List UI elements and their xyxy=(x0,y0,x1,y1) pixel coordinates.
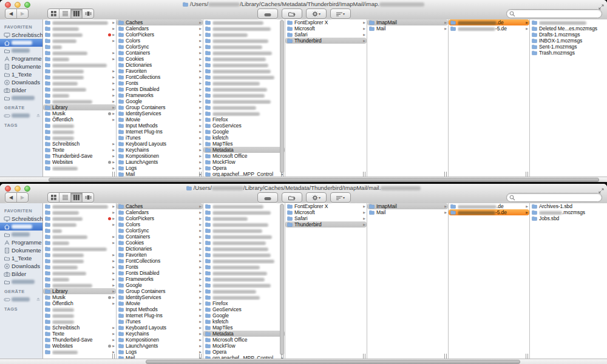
file-row[interactable]: Firefox▶ xyxy=(203,116,285,123)
file-row[interactable]: ▶ xyxy=(43,282,116,288)
file-row[interactable]: -5.de▶ xyxy=(449,25,529,32)
file-row[interactable]: ▶ xyxy=(203,203,285,209)
file-row[interactable]: Fonts▶ xyxy=(117,80,203,86)
arrange-menu-button[interactable]: ▾ xyxy=(330,8,351,19)
file-row[interactable]: ▶ xyxy=(43,276,116,282)
file-row[interactable]: ColorPickers▶ xyxy=(117,32,203,38)
file-row[interactable]: Thunderbird▶ xyxy=(285,38,367,44)
sidebar-item[interactable]: Downloads xyxy=(0,262,42,270)
file-row[interactable]: ▶ xyxy=(203,74,285,80)
file-row[interactable]: ColorPickers▶ xyxy=(117,215,203,221)
file-row[interactable]: Musik▶ xyxy=(43,294,116,300)
fullscreen-icon[interactable] xyxy=(599,185,605,192)
file-row[interactable]: Internet Plug-Ins▶ xyxy=(117,129,203,135)
file-row[interactable]: Input Methods▶ xyxy=(117,306,203,312)
scrollbar-thumb[interactable] xyxy=(146,360,520,364)
file-row[interactable]: Library▶ xyxy=(43,288,116,294)
column-view-button[interactable] xyxy=(71,193,83,202)
search-input[interactable] xyxy=(515,10,599,17)
icon-view-button[interactable] xyxy=(48,9,59,18)
file-row[interactable]: ▶ xyxy=(43,252,116,258)
file-row[interactable]: Thunderbird-Save▶ xyxy=(43,337,116,343)
eject-icon[interactable] xyxy=(36,112,41,119)
file-row[interactable]: INBOX-1.mozmsgs▶ xyxy=(530,38,607,44)
file-row[interactable] xyxy=(43,44,116,50)
file-row[interactable]: Google▶ xyxy=(203,312,285,318)
file-row[interactable]: ▶ xyxy=(43,80,116,86)
sidebar-item[interactable] xyxy=(0,94,42,102)
file-row[interactable]: Keychains▶ xyxy=(117,331,203,337)
file-row[interactable]: ▶ xyxy=(43,234,116,240)
file-row[interactable]: ▶ xyxy=(43,56,116,62)
new-folder-button[interactable] xyxy=(282,192,302,203)
file-row[interactable]: ▶ xyxy=(203,62,285,68)
file-row[interactable]: ▶ xyxy=(203,209,285,215)
file-row[interactable]: Keyboard Layouts▶ xyxy=(117,325,203,331)
file-row[interactable]: ▶ xyxy=(43,92,116,98)
file-row[interactable]: Opera▶ xyxy=(203,165,285,171)
vertical-scrollbar[interactable] xyxy=(280,204,284,355)
file-row[interactable]: Schreibtisch▶ xyxy=(43,325,116,331)
icon-view-button[interactable] xyxy=(48,193,59,202)
arrange-menu-button[interactable]: ▾ xyxy=(330,192,351,203)
file-row[interactable]: ▶ xyxy=(203,276,285,282)
file-row[interactable]: ▶ xyxy=(43,68,116,74)
sidebar-item[interactable]: Dokumente xyxy=(0,62,42,70)
file-row[interactable]: Mail▶ xyxy=(367,209,448,215)
file-row[interactable]: Jobs.sbd▶ xyxy=(530,215,607,221)
column-resize-grip[interactable] xyxy=(526,354,529,359)
file-row[interactable]: Schreibtisch▶ xyxy=(43,141,116,147)
file-row[interactable]: ▶ xyxy=(203,288,285,294)
file-row[interactable]: iTunes▶ xyxy=(117,135,203,141)
file-row[interactable] xyxy=(43,312,116,318)
file-row[interactable]: iTunes▶ xyxy=(117,318,203,325)
file-row[interactable]: Cookies▶ xyxy=(117,56,203,62)
horizontal-scrollbar[interactable] xyxy=(0,359,607,364)
forward-button[interactable]: ▶ xyxy=(17,193,28,202)
new-folder-button[interactable] xyxy=(282,8,302,19)
file-row[interactable]: ▶ xyxy=(203,68,285,74)
tags-button[interactable] xyxy=(257,192,278,203)
file-row[interactable]: Musik▶ xyxy=(43,110,116,116)
file-row[interactable]: LaunchAgents▶ xyxy=(117,343,203,349)
file-row[interactable]: Websites▶ xyxy=(43,343,116,349)
column-resize-grip[interactable] xyxy=(281,172,284,177)
file-row[interactable]: Frameworks▶ xyxy=(117,92,203,98)
sidebar-item[interactable] xyxy=(0,231,42,238)
file-row[interactable]: Frameworks▶ xyxy=(117,276,203,282)
file-row[interactable]: ▶ xyxy=(43,209,116,215)
column-resize-grip[interactable] xyxy=(444,172,447,177)
list-view-button[interactable] xyxy=(59,9,71,18)
column-resize-grip[interactable] xyxy=(363,354,366,359)
file-row[interactable]: Fonts Disabled▶ xyxy=(117,270,203,276)
file-row[interactable]: ▶ xyxy=(43,74,116,80)
file-row[interactable]: ▶ xyxy=(530,19,607,25)
search-field[interactable] xyxy=(506,9,602,18)
file-row[interactable]: ▶ xyxy=(203,270,285,276)
file-row[interactable]: ▶ xyxy=(43,240,116,246)
file-row[interactable]: ▶ xyxy=(43,270,116,276)
file-row[interactable]: ▶ xyxy=(203,98,285,104)
file-row[interactable]: ▶ xyxy=(203,221,285,228)
file-row[interactable]: Fonts Disabled▶ xyxy=(117,86,203,92)
file-row[interactable]: FontExplorer X▶ xyxy=(285,203,367,209)
file-row[interactable]: ▶ xyxy=(203,32,285,38)
sidebar-item[interactable] xyxy=(0,47,42,55)
file-row[interactable]: Öffentlich▶ xyxy=(43,300,116,306)
file-row[interactable]: Thunderbird-Save▶ xyxy=(43,153,116,159)
sidebar-item[interactable]: 1_Texte xyxy=(0,254,42,262)
column-view-button[interactable] xyxy=(71,9,83,18)
sidebar-item[interactable]: Bilder xyxy=(0,270,42,278)
file-row[interactable]: FontCollections▶ xyxy=(117,258,203,264)
file-row[interactable]: Logs▶ xyxy=(117,349,203,355)
column-resize-grip[interactable] xyxy=(281,354,284,359)
column-resize-grip[interactable] xyxy=(112,354,115,359)
back-button[interactable]: ◀ xyxy=(5,193,17,202)
file-row[interactable]: ▶ xyxy=(203,294,285,300)
column-resize-grip[interactable] xyxy=(363,172,366,177)
file-row[interactable]: ▶ xyxy=(43,258,116,264)
file-row[interactable]: GeoServices▶ xyxy=(203,306,285,312)
sidebar-item[interactable]: Programme xyxy=(0,55,42,62)
file-row[interactable]: MapTiles▶ xyxy=(203,325,285,331)
file-row[interactable]: ▶ xyxy=(43,98,116,104)
